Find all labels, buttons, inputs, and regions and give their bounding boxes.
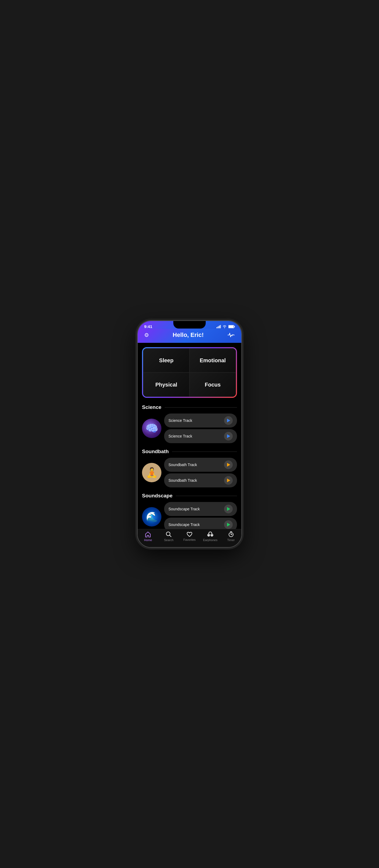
earphones-icon: [207, 531, 214, 537]
soundscape-track-2-label: Soundscape Track: [169, 523, 200, 527]
category-emotional[interactable]: Emotional: [190, 348, 236, 372]
svg-rect-6: [229, 326, 233, 328]
app-header: ⚙ Hello, Eric!: [138, 329, 241, 343]
science-track-1-label: Science Track: [169, 418, 192, 423]
soundbath-section: Soundbath Soundbath Track Soundbath: [142, 448, 237, 487]
status-bar: 9:41: [138, 321, 241, 329]
home-icon: [145, 531, 151, 537]
science-section-line: [165, 407, 237, 408]
nav-home[interactable]: Home: [140, 531, 156, 541]
category-physical[interactable]: Physical: [143, 372, 190, 397]
svg-rect-7: [234, 326, 235, 327]
status-icons: [216, 325, 235, 328]
soundbath-play-btn-2[interactable]: [224, 476, 233, 485]
soundscape-play-btn-2[interactable]: [224, 520, 233, 529]
soundbath-track-2[interactable]: Soundbath Track: [164, 473, 237, 487]
soundscape-section-header: Soundscape: [142, 493, 237, 499]
nav-timer[interactable]: Timer: [223, 531, 239, 541]
category-focus[interactable]: Focus: [190, 372, 236, 397]
nav-home-label: Home: [144, 538, 152, 541]
soundscape-play-btn-1[interactable]: [224, 505, 233, 513]
bottom-nav: Home Search Favorites: [138, 529, 241, 547]
soundscape-track-1-label: Soundscape Track: [169, 507, 200, 511]
science-section: Science Science Track Science Track: [142, 404, 237, 443]
soundbath-play-btn-1[interactable]: [224, 460, 233, 469]
soundbath-track-2-label: Soundbath Track: [169, 478, 197, 483]
science-track-list: Science Track Science Track: [164, 413, 237, 443]
science-section-header: Science: [142, 404, 237, 410]
svg-rect-2: [219, 326, 220, 328]
science-section-title: Science: [142, 404, 162, 410]
soundscape-section: Soundscape Soundscape Track Soundsc: [142, 493, 237, 532]
nav-search-label: Search: [164, 538, 174, 541]
science-image: [142, 418, 162, 438]
nav-timer-label: Timer: [227, 538, 235, 541]
header-title: Hello, Eric!: [173, 332, 204, 339]
soundbath-image: [142, 463, 162, 482]
soundscape-section-title: Soundscape: [142, 493, 173, 499]
status-time: 9:41: [144, 324, 152, 329]
soundbath-section-title: Soundbath: [142, 448, 169, 455]
nav-earphones[interactable]: Earphones: [202, 531, 218, 541]
soundbath-track-list: Soundbath Track Soundbath Track: [164, 458, 237, 487]
svg-line-9: [170, 535, 171, 537]
category-grid-wrapper: Sleep Emotional Physical Focus: [142, 347, 237, 398]
soundbath-track-container: Soundbath Track Soundbath Track: [142, 458, 237, 487]
svg-rect-12: [208, 535, 209, 536]
timer-icon: [228, 531, 234, 537]
category-grid: Sleep Emotional Physical Focus: [143, 348, 236, 397]
soundscape-track-1[interactable]: Soundscape Track: [164, 502, 237, 516]
science-play-btn-2[interactable]: [224, 432, 233, 440]
settings-icon[interactable]: ⚙: [144, 332, 149, 338]
science-track-1[interactable]: Science Track: [164, 413, 237, 428]
category-sleep[interactable]: Sleep: [143, 348, 190, 372]
signal-icon: [216, 325, 221, 328]
soundscape-track-list: Soundscape Track Soundscape Track: [164, 502, 237, 532]
nav-earphones-label: Earphones: [203, 538, 217, 541]
battery-icon: [228, 325, 235, 328]
svg-rect-1: [218, 327, 218, 328]
svg-rect-0: [216, 327, 217, 328]
soundscape-section-line: [176, 496, 237, 496]
science-play-btn-1[interactable]: [224, 416, 233, 425]
soundscape-track-container: Soundscape Track Soundscape Track: [142, 502, 237, 532]
svg-point-4: [224, 327, 225, 328]
phone-frame: 9:41: [137, 320, 242, 548]
soundbath-section-header: Soundbath: [142, 448, 237, 455]
notch: [173, 321, 206, 329]
science-track-2[interactable]: Science Track: [164, 429, 237, 443]
science-track-2-label: Science Track: [169, 434, 192, 438]
wifi-icon: [223, 325, 227, 328]
nav-search[interactable]: Search: [161, 531, 177, 541]
soundbath-track-1-label: Soundbath Track: [169, 463, 197, 467]
soundscape-image: [142, 507, 162, 527]
svg-rect-13: [211, 535, 212, 536]
phone-scroll[interactable]: 9:41: [138, 321, 241, 547]
main-content: Sleep Emotional Physical Focus Science S…: [138, 343, 241, 547]
nav-favorites[interactable]: Favorites: [181, 532, 198, 541]
nav-favorites-label: Favorites: [183, 538, 196, 541]
activity-icon[interactable]: [227, 332, 235, 338]
heart-icon: [186, 532, 193, 537]
science-track-container: Science Track Science Track: [142, 413, 237, 443]
soundbath-section-line: [172, 452, 237, 452]
soundbath-track-1[interactable]: Soundbath Track: [164, 458, 237, 472]
svg-rect-3: [220, 325, 221, 328]
search-icon: [166, 531, 172, 537]
